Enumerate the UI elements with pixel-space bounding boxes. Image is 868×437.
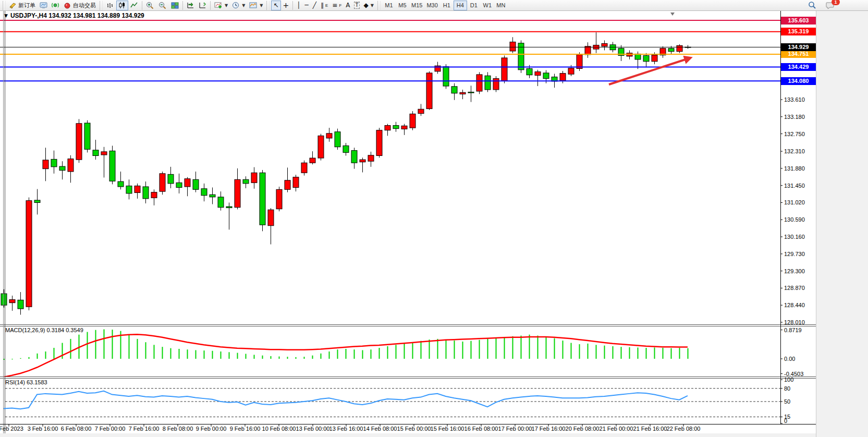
price-pane[interactable] [1, 32, 691, 314]
horizontal-line-button[interactable]: ─ [303, 1, 311, 10]
candle-body [668, 48, 674, 52]
time-tick-label: 22 Feb 08:00 [667, 426, 701, 432]
chart-window: 134.040133.610133.180132.750132.310131.8… [0, 11, 816, 437]
candle-body [293, 177, 299, 188]
channel-button[interactable]: ∥E [319, 1, 330, 10]
time-tick-label: 13 Feb 16:00 [329, 426, 363, 432]
fibonacci-icon: ≡ [332, 2, 337, 8]
timeframe-button-D1[interactable]: D1 [467, 1, 481, 10]
macd-pane[interactable] [4, 329, 688, 377]
price-tick-label: 129.730 [784, 251, 805, 257]
toolbar-drag-handle[interactable] [100, 1, 103, 10]
candle-body [510, 42, 516, 51]
search-button[interactable] [806, 1, 818, 10]
metaeditor-icon [40, 2, 47, 9]
signals-button[interactable] [50, 1, 62, 10]
candle-body [318, 136, 324, 158]
window-bottom-strip [0, 433, 816, 437]
toolbar-drag-handle[interactable] [266, 1, 270, 10]
timeframe-button-MN[interactable]: MN [494, 1, 508, 10]
time-tick-label: 7 Feb 00:00 [95, 426, 126, 432]
templates-icon [249, 2, 258, 9]
shapes-icon: ◆ [364, 2, 369, 8]
candle-body [351, 151, 357, 163]
candle-body [268, 210, 274, 226]
price-tick-label: 132.310 [784, 148, 805, 154]
chart-shift-marker[interactable] [670, 13, 675, 16]
candle-body [118, 181, 124, 187]
candle-body [68, 159, 74, 172]
toolbar: 新订单 自动交易 [0, 0, 868, 11]
new-order-button[interactable]: 新订单 [7, 1, 38, 10]
new-order-label: 新订单 [18, 2, 35, 9]
candle-body [185, 179, 190, 187]
price-tick-label: 130.590 [784, 216, 805, 223]
candle-body [59, 166, 65, 171]
price-tick-label: 133.610 [784, 96, 805, 103]
auto-trading-button[interactable]: 自动交易 [62, 1, 98, 10]
indicators-button[interactable]: ▼ [212, 1, 230, 10]
time-tick-label: 7 Feb 16:00 [129, 426, 160, 432]
candle-body [201, 189, 207, 196]
text-label-icon: T [354, 2, 359, 9]
trendline-button[interactable]: ╱ [311, 1, 319, 10]
zoom-in-button[interactable] [144, 1, 156, 10]
chart-shift-button[interactable] [197, 1, 209, 10]
rsi-tick-label: 80 [784, 385, 790, 392]
candle-body [226, 207, 232, 208]
timeframe-button-W1[interactable]: W1 [481, 1, 494, 10]
line-chart-button[interactable] [128, 1, 140, 10]
timeframe-button-M15[interactable]: M15 [409, 1, 424, 10]
notifications-button[interactable]: 1 [824, 1, 837, 10]
timeframe-button-H1[interactable]: H1 [440, 1, 454, 10]
zoom-out-icon [158, 2, 167, 9]
toolbar-drag-handle[interactable] [3, 1, 6, 10]
timeframe-button-M30[interactable]: M30 [424, 1, 439, 10]
tile-windows-button[interactable] [169, 1, 181, 10]
candle-body [451, 87, 457, 93]
rsi-tick-label: 50 [784, 398, 790, 405]
candle-body [418, 109, 424, 113]
time-tick-label: 13 Feb 00:00 [296, 426, 330, 432]
candle-body [527, 69, 532, 75]
candle-body [43, 160, 48, 169]
candle-body [385, 126, 390, 130]
candle-body [502, 58, 507, 81]
time-tick-label: 21 Feb 16:00 [633, 426, 667, 432]
timeframe-button-M1[interactable]: M1 [382, 1, 396, 10]
bar-chart-button[interactable] [104, 1, 116, 10]
rsi-pane[interactable] [4, 391, 688, 409]
candle-body [1, 294, 7, 305]
auto-scroll-button[interactable] [185, 1, 197, 10]
chart-canvas[interactable]: 134.040133.610133.180132.750132.310131.8… [0, 11, 816, 437]
timeframe-button-M5[interactable]: M5 [396, 1, 409, 10]
text-label-button[interactable]: T [352, 1, 361, 10]
candle-body [585, 46, 591, 55]
candle-body [34, 200, 40, 203]
timeframe-button-H4[interactable]: H4 [454, 1, 467, 10]
auto-trading-label: 自动交易 [73, 2, 96, 9]
shapes-button[interactable]: ◆▼ [362, 1, 376, 10]
periods-button[interactable]: ▼ [230, 1, 247, 10]
candle-body [643, 55, 649, 61]
candle-body [476, 75, 482, 91]
time-tick-label: 15 Feb 00:00 [397, 426, 431, 432]
vertical-line-button[interactable]: │ [295, 1, 302, 10]
crosshair-button[interactable]: + [281, 1, 291, 10]
candle-body [251, 173, 257, 183]
metaeditor-button[interactable] [38, 1, 50, 10]
toolbar-drag-handle[interactable] [377, 1, 381, 10]
rsi-line [4, 391, 688, 409]
cursor-button[interactable]: ↖ [271, 1, 280, 10]
zoom-out-button[interactable] [156, 1, 169, 10]
candle-body [84, 123, 90, 149]
candlestick-chart-button[interactable] [116, 1, 128, 10]
indicators-icon [214, 2, 223, 9]
candle-body [193, 179, 199, 189]
fibonacci-button[interactable]: ≡F [330, 1, 344, 10]
candle-body [143, 187, 149, 199]
mt4-terminal: 新订单 自动交易 [0, 0, 868, 437]
templates-button[interactable]: ▼ [247, 1, 265, 10]
candle-body [310, 158, 315, 163]
text-button[interactable]: A [344, 1, 352, 10]
